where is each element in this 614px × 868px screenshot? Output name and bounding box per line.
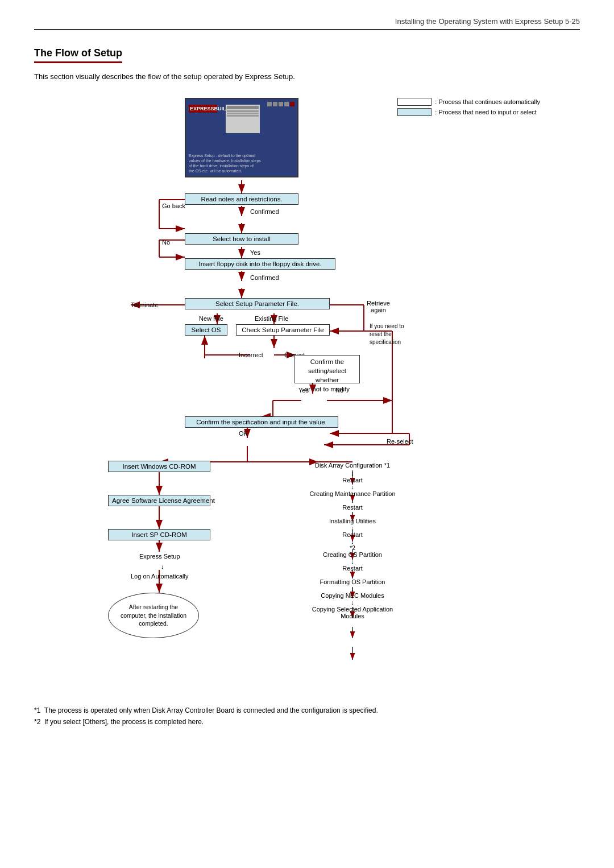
label-terminate: Terminate [131,301,158,308]
box-insert-floppy: Insert floppy disk into the floppy disk … [185,258,335,270]
flow-diagram: EXPRESSBUILDER Express Setup - default t… [74,92,540,689]
page-header: Installing the Operating System with Exp… [34,17,580,30]
footnotes: *1 The process is operated only when Dis… [34,706,580,726]
box-insert-sp: Insert SP CD-ROM [108,529,210,540]
label-go-back: Go back [162,202,185,209]
box-agree-license: Agree Software License Agreement [108,495,210,506]
section-description: This section visually describes the flow… [34,72,580,81]
legend-input-label: : Process that need to input or select [435,109,537,115]
box-select-os: Select OS [185,324,227,336]
label-confirmed2: Confirmed [250,274,279,281]
legend: : Process that continues automatically :… [397,98,540,118]
footnote-2: *2 If you select [Others], the process i… [34,718,580,726]
box-insert-windows: Insert Windows CD-ROM [108,461,210,472]
label-no2: No [335,387,343,394]
section-title: The Flow of Setup [34,47,122,63]
label-new-file: New File [199,315,223,322]
header-title: Installing the Operating System with Exp… [395,17,580,26]
box-confirm-spec: Confirm the specification and input the … [185,416,338,428]
label-yes1: Yes [250,249,260,256]
legend-input-box [397,108,432,116]
footnote-1: *1 The process is operated only when Dis… [34,706,580,714]
label-existing-file: Existing File [255,315,288,322]
label-confirmed1: Confirmed [250,208,279,215]
box-read-notes: Read notes and restrictions. [185,193,298,205]
label-retrieve-again: Retrieveagain [367,300,390,313]
legend-auto-label: : Process that continues automatically [435,98,540,105]
box-select-param: Select Setup Parameter File. [185,298,330,309]
label-if-reset: If you need toreset thespecification [370,323,404,346]
legend-auto-box [397,98,432,106]
right-flow: Disk Array Configuration *1 ↓ Restart ↓ … [301,462,404,619]
label-no1: No [162,239,170,246]
label-ok: OK [239,430,248,437]
label-express-setup: Express Setup ↓ Log on Automatically [131,552,189,582]
box-confirm-setting: Confirm thesetting/select whetheror not … [294,355,360,383]
label-incorrect: Incorrect [239,352,263,358]
box-select-install: Select how to install [185,233,298,245]
box-check-param: Check Setup Parameter File [236,324,330,336]
screenshot-image: EXPRESSBUILDER Express Setup - default t… [185,98,298,177]
label-re-select: Re-select [387,438,413,445]
label-yes2: Yes [298,387,309,394]
oval-completed: After restarting thecomputer, the instal… [108,593,199,638]
